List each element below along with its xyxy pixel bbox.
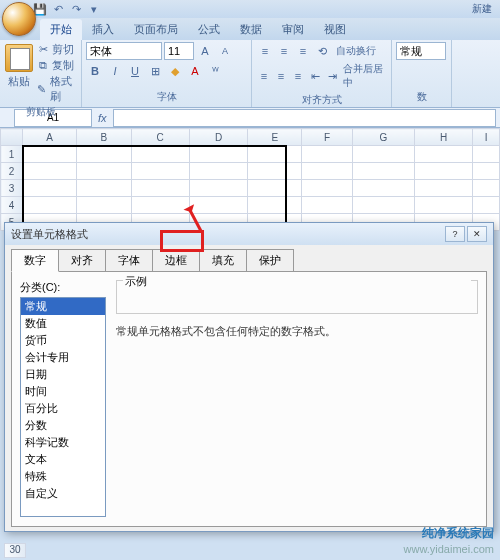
tab-view[interactable]: 视图 xyxy=(314,19,356,40)
tab-layout[interactable]: 页面布局 xyxy=(124,19,188,40)
category-label: 分类(C): xyxy=(20,280,106,295)
shrink-font-button[interactable]: A xyxy=(216,42,234,60)
dlg-tab-border[interactable]: 边框 xyxy=(152,249,200,272)
tab-formula[interactable]: 公式 xyxy=(188,19,230,40)
col-header[interactable]: E xyxy=(248,129,302,146)
group-alignment: ≡ ≡ ≡ ⟲ 自动换行 ≡ ≡ ≡ ⇤ ⇥ 合并后居中 对齐方式 xyxy=(252,40,392,107)
format-painter-button[interactable]: ✎格式刷 xyxy=(36,74,77,104)
group-font: 宋体 11 A A B I U ⊞ ◆ A ᵂ 字体 xyxy=(82,40,252,107)
group-label-align: 对齐方式 xyxy=(256,92,387,108)
col-header[interactable]: B xyxy=(77,129,131,146)
phonetic-button[interactable]: ᵂ xyxy=(206,62,224,80)
category-list[interactable]: 常规 数值 货币 会计专用 日期 时间 百分比 分数 科学记数 文本 特殊 自定… xyxy=(20,297,106,517)
scissors-icon: ✂ xyxy=(36,43,50,57)
row-header-30[interactable]: 30 xyxy=(4,543,26,558)
undo-icon[interactable]: ↶ xyxy=(50,1,66,17)
category-item[interactable]: 常规 xyxy=(21,298,105,315)
font-color-button[interactable]: A xyxy=(186,62,204,80)
italic-button[interactable]: I xyxy=(106,62,124,80)
format-cells-dialog: 设置单元格格式 ? ✕ 数字 对齐 字体 边框 填充 保护 分类(C): 常规 … xyxy=(4,222,494,532)
group-label-font: 字体 xyxy=(86,89,247,105)
copy-button[interactable]: ⧉复制 xyxy=(36,58,77,73)
qat-more-icon[interactable]: ▾ xyxy=(86,1,102,17)
font-name-combo[interactable]: 宋体 xyxy=(86,42,162,60)
indent-inc-button[interactable]: ⇥ xyxy=(324,67,340,85)
cell[interactable] xyxy=(23,146,77,163)
grow-font-button[interactable]: A xyxy=(196,42,214,60)
category-item[interactable]: 时间 xyxy=(21,383,105,400)
category-item[interactable]: 日期 xyxy=(21,366,105,383)
worksheet: A B C D E F G H I 1 2 3 4 5 xyxy=(0,128,500,231)
orientation-button[interactable]: ⟲ xyxy=(313,42,331,60)
category-item[interactable]: 货币 xyxy=(21,332,105,349)
underline-button[interactable]: U xyxy=(126,62,144,80)
border-button[interactable]: ⊞ xyxy=(146,62,164,80)
tab-home[interactable]: 开始 xyxy=(40,19,82,40)
quick-access-toolbar: 💾 ↶ ↷ ▾ xyxy=(32,1,102,17)
dlg-tab-number[interactable]: 数字 xyxy=(11,249,59,272)
select-all-corner[interactable] xyxy=(1,129,23,146)
watermark-url: www.yidaimei.com xyxy=(404,543,494,555)
grid[interactable]: A B C D E F G H I 1 2 3 4 5 xyxy=(0,128,500,231)
watermark-brand: 纯净系统家园 xyxy=(422,526,494,540)
row-header[interactable]: 4 xyxy=(1,197,23,214)
redo-icon[interactable]: ↷ xyxy=(68,1,84,17)
category-item[interactable]: 会计专用 xyxy=(21,349,105,366)
merge-button[interactable]: 合并后居中 xyxy=(343,62,387,90)
group-number: 常规 数 xyxy=(392,40,452,107)
col-header[interactable]: I xyxy=(473,129,500,146)
fill-color-button[interactable]: ◆ xyxy=(166,62,184,80)
office-button[interactable] xyxy=(2,2,36,36)
category-item[interactable]: 百分比 xyxy=(21,400,105,417)
col-header[interactable]: F xyxy=(302,129,352,146)
col-header[interactable]: A xyxy=(23,129,77,146)
sample-label: 示例 xyxy=(123,274,471,289)
category-item[interactable]: 科学记数 xyxy=(21,434,105,451)
title-bar: 💾 ↶ ↷ ▾ 新建 xyxy=(0,0,500,18)
fx-icon[interactable]: fx xyxy=(98,112,107,124)
dialog-help-button[interactable]: ? xyxy=(445,226,465,242)
align-center-button[interactable]: ≡ xyxy=(273,67,289,85)
wrap-text-button[interactable]: 自动换行 xyxy=(336,44,376,58)
tab-review[interactable]: 审阅 xyxy=(272,19,314,40)
font-size-combo[interactable]: 11 xyxy=(164,42,194,60)
format-description: 常规单元格格式不包含任何特定的数字格式。 xyxy=(116,324,478,339)
col-header[interactable]: D xyxy=(189,129,247,146)
dialog-tabs: 数字 对齐 字体 边框 填充 保护 xyxy=(5,245,493,272)
category-item[interactable]: 特殊 xyxy=(21,468,105,485)
align-left-button[interactable]: ≡ xyxy=(256,67,272,85)
category-item[interactable]: 分数 xyxy=(21,417,105,434)
window-title: 新建 xyxy=(472,2,492,16)
indent-dec-button[interactable]: ⇤ xyxy=(307,67,323,85)
align-right-button[interactable]: ≡ xyxy=(290,67,306,85)
category-item[interactable]: 数值 xyxy=(21,315,105,332)
dlg-tab-align[interactable]: 对齐 xyxy=(58,249,106,272)
dlg-tab-font[interactable]: 字体 xyxy=(105,249,153,272)
number-format-combo[interactable]: 常规 xyxy=(396,42,446,60)
col-header[interactable]: H xyxy=(414,129,472,146)
group-label-number: 数 xyxy=(396,89,447,105)
row-header[interactable]: 3 xyxy=(1,180,23,197)
dlg-tab-protect[interactable]: 保护 xyxy=(246,249,294,272)
group-label-clipboard: 剪贴板 xyxy=(4,104,77,120)
category-item[interactable]: 自定义 xyxy=(21,485,105,502)
row-header[interactable]: 1 xyxy=(1,146,23,163)
dialog-titlebar[interactable]: 设置单元格格式 ? ✕ xyxy=(5,223,493,245)
tab-insert[interactable]: 插入 xyxy=(82,19,124,40)
paste-button[interactable]: 粘贴 xyxy=(4,42,34,104)
align-top-button[interactable]: ≡ xyxy=(256,42,274,60)
dialog-close-button[interactable]: ✕ xyxy=(467,226,487,242)
row-header[interactable]: 2 xyxy=(1,163,23,180)
category-item[interactable]: 文本 xyxy=(21,451,105,468)
cut-button[interactable]: ✂剪切 xyxy=(36,42,77,57)
formula-input[interactable] xyxy=(113,109,496,127)
tab-data[interactable]: 数据 xyxy=(230,19,272,40)
bold-button[interactable]: B xyxy=(86,62,104,80)
col-header[interactable]: G xyxy=(352,129,414,146)
ribbon-tabs: 开始 插入 页面布局 公式 数据 审阅 视图 xyxy=(0,18,500,40)
dlg-tab-fill[interactable]: 填充 xyxy=(199,249,247,272)
align-bottom-button[interactable]: ≡ xyxy=(294,42,312,60)
dialog-body: 分类(C): 常规 数值 货币 会计专用 日期 时间 百分比 分数 科学记数 文… xyxy=(11,271,487,527)
align-middle-button[interactable]: ≡ xyxy=(275,42,293,60)
col-header[interactable]: C xyxy=(131,129,189,146)
